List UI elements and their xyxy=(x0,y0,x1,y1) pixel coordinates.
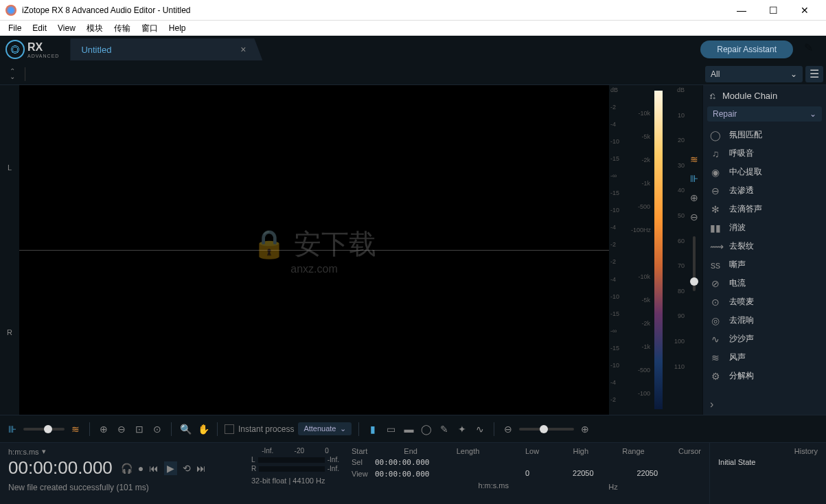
module-item[interactable]: ⟿去裂纹 xyxy=(703,237,826,255)
spectrum-tick: 20 xyxy=(667,137,685,162)
sel-value[interactable]: 00:00:00.000 xyxy=(375,458,429,467)
lasso-icon[interactable]: ◯ xyxy=(420,424,433,435)
collapse-toggle[interactable]: ⌃⌄ xyxy=(3,65,22,84)
view-value[interactable]: 00:00:00.000 xyxy=(375,470,429,479)
module-item[interactable]: ⊖去渗透 xyxy=(703,181,826,200)
curve-icon[interactable]: ∿ xyxy=(473,424,487,435)
menu-transport[interactable]: 传输 xyxy=(108,23,136,34)
waveform-view[interactable]: 🔒 安下载 anxz.com xyxy=(19,85,609,415)
window-title: iZotope RX 8 Advanced Audio Editor - Unt… xyxy=(22,5,726,15)
module-item[interactable]: ⚙分解构 xyxy=(703,367,826,385)
range-value[interactable]: 22050 xyxy=(637,469,658,477)
forward-icon[interactable]: ⏭ xyxy=(196,463,206,474)
module-item[interactable]: ◯氛围匹配 xyxy=(703,126,826,144)
module-item[interactable]: ss嘶声 xyxy=(703,255,826,274)
play-icon[interactable]: ▶ xyxy=(164,461,177,475)
module-item[interactable]: ◉中心提取 xyxy=(703,163,826,181)
zoom-reset-icon[interactable]: ⊙ xyxy=(150,424,164,435)
freq-tick: -500 xyxy=(631,367,650,390)
time-selection-icon[interactable]: ▮ xyxy=(366,424,380,435)
maximize-button[interactable]: ☐ xyxy=(757,0,789,21)
module-icon: ⊙ xyxy=(710,297,721,308)
menu-modules[interactable]: 模块 xyxy=(81,23,108,34)
freq-tick: -2k xyxy=(631,320,650,343)
freq-tick: -10k xyxy=(631,273,650,297)
db-tick: -4 xyxy=(610,276,628,293)
logo-sub: ADVANCED xyxy=(27,54,59,58)
zoom-in-icon[interactable]: ⊕ xyxy=(97,424,111,435)
module-chain-button[interactable]: ⎌ Module Chain xyxy=(703,85,826,106)
instant-process-checkbox[interactable]: Instant process xyxy=(225,424,294,434)
history-item[interactable]: Initial State xyxy=(718,458,818,466)
document-tab[interactable]: Untitled × xyxy=(70,38,262,60)
repair-assistant-button[interactable]: Repair Assistant xyxy=(700,41,793,58)
zoom-slider[interactable] xyxy=(519,428,574,431)
zoom-out-h-icon[interactable]: ⊖ xyxy=(501,424,515,435)
db-tick: -10 xyxy=(610,362,628,379)
hdr-range: Range xyxy=(622,447,644,455)
channel-right[interactable]: R xyxy=(0,250,19,415)
meter-r-label: R xyxy=(251,465,256,472)
module-item[interactable]: ∿沙沙声 xyxy=(703,330,826,348)
freq-selection-icon[interactable]: ▬ xyxy=(402,424,415,435)
brightness-slider[interactable] xyxy=(693,236,696,291)
module-icon: ◯ xyxy=(710,130,721,141)
waveform-opacity-slider[interactable] xyxy=(23,428,65,431)
spectrum-tick: 80 xyxy=(667,288,685,313)
menu-view[interactable]: View xyxy=(52,23,81,33)
spectrogram-tool-icon[interactable]: ≋ xyxy=(69,424,82,435)
module-icon: ▮▮ xyxy=(710,222,721,233)
attenuate-label: Attenuate xyxy=(303,424,336,433)
meter-label-20: -20 xyxy=(295,447,304,455)
brush-icon[interactable]: ✎ xyxy=(437,424,451,435)
close-button[interactable]: ✕ xyxy=(789,0,821,21)
menu-edit[interactable]: Edit xyxy=(27,23,52,33)
menu-help[interactable]: Help xyxy=(163,23,192,33)
module-item[interactable]: ▮▮消波 xyxy=(703,218,826,237)
wand-icon[interactable]: ✦ xyxy=(455,424,469,435)
zoom-in-h-icon[interactable]: ⊕ xyxy=(578,424,592,435)
module-item[interactable]: ✻去滴答声 xyxy=(703,200,826,218)
module-item[interactable]: ≋风声 xyxy=(703,348,826,367)
module-item[interactable]: ◎去混响 xyxy=(703,311,826,330)
channel-left[interactable]: L xyxy=(0,85,19,250)
loop-icon[interactable]: ⟲ xyxy=(183,463,191,474)
meter-l-bar xyxy=(258,457,325,463)
tab-close-icon[interactable]: × xyxy=(240,44,251,55)
meter-l-value: -Inf. xyxy=(328,456,339,463)
module-item[interactable]: ⊙去喷麦 xyxy=(703,293,826,311)
menu-window[interactable]: 窗口 xyxy=(136,23,163,34)
rewind-icon[interactable]: ⏮ xyxy=(149,463,159,474)
zoom-selection-icon[interactable]: ⊡ xyxy=(133,424,146,435)
waveform-tool-icon[interactable]: ⊪ xyxy=(5,424,19,435)
zoom-out-icon[interactable]: ⊖ xyxy=(115,424,128,435)
menu-file[interactable]: File xyxy=(3,23,27,33)
freq-tick xyxy=(631,87,650,110)
headphones-icon[interactable]: 🎧 xyxy=(121,463,133,474)
spectrogram-mode-icon[interactable]: ⊪ xyxy=(688,173,700,185)
channel-labels: L R xyxy=(0,85,19,415)
rect-selection-icon[interactable]: ▭ xyxy=(384,424,398,435)
module-item[interactable]: ⊘电流 xyxy=(703,274,826,293)
category-select[interactable]: Repair ⌄ xyxy=(707,106,822,122)
settings-icon[interactable]: ✎ xyxy=(804,41,821,58)
time-unit-label[interactable]: h:m:s.ms xyxy=(8,448,39,456)
waveform-mode-icon[interactable]: ≋ xyxy=(688,154,700,166)
db-tick: -∞ xyxy=(610,172,628,190)
attenuate-select[interactable]: Attenuate ⌄ xyxy=(298,422,352,435)
zoom-in-icon[interactable]: ⊕ xyxy=(688,192,700,205)
search-icon[interactable]: 🔍 xyxy=(179,424,192,435)
expand-button[interactable]: › xyxy=(703,394,826,415)
filter-menu-button[interactable]: ☰ xyxy=(805,66,823,82)
zoom-out-icon[interactable]: ⊖ xyxy=(688,211,700,224)
record-icon[interactable]: ● xyxy=(138,463,144,474)
minimize-button[interactable]: — xyxy=(726,0,757,21)
low-value[interactable]: 0 xyxy=(525,469,529,477)
timeline-ruler[interactable] xyxy=(25,67,702,81)
module-item[interactable]: ♫呼吸音 xyxy=(703,144,826,163)
module-label: 分解构 xyxy=(729,370,754,382)
module-filter-select[interactable]: All ⌄ xyxy=(705,66,803,82)
high-value[interactable]: 22050 xyxy=(573,469,594,477)
meter-r-value: -Inf. xyxy=(328,465,339,472)
hand-tool-icon[interactable]: ✋ xyxy=(196,424,210,435)
